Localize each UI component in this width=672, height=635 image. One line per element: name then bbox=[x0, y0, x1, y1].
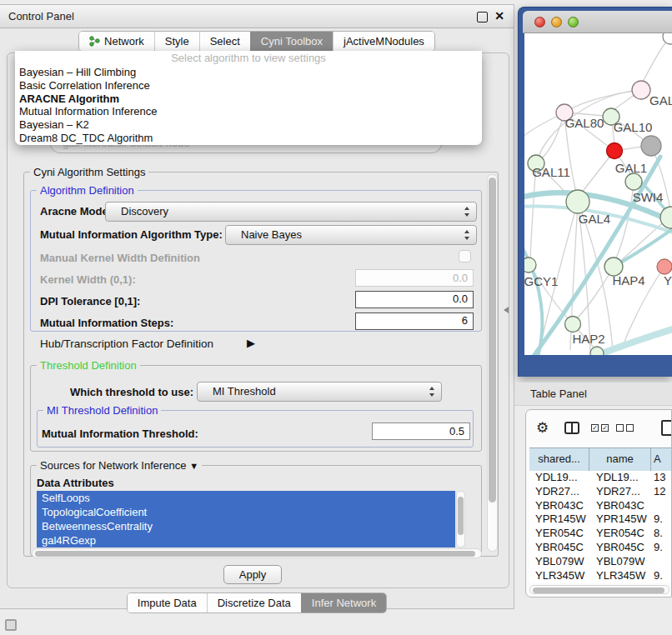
table-body: YDL19... YDL19... 13 YDR27... YDR27... 1… bbox=[529, 471, 672, 583]
attributes-scrollbar[interactable] bbox=[456, 491, 465, 548]
mi-threshold-label: Mutual Information Threshold: bbox=[42, 428, 198, 440]
attributes-scrollbar-thumb[interactable] bbox=[458, 497, 464, 535]
tab-discretize-data[interactable]: Discretize Data bbox=[207, 593, 301, 612]
dropdown-item[interactable]: Basic Correlation Inference bbox=[15, 79, 482, 92]
tab-network[interactable]: Network bbox=[79, 32, 154, 51]
zoom-window-button[interactable] bbox=[568, 17, 579, 28]
node-gal4[interactable] bbox=[566, 190, 589, 213]
float-panel-icon[interactable] bbox=[477, 12, 488, 22]
gear-icon[interactable]: ⚙ bbox=[536, 419, 549, 437]
dropdown-item[interactable]: Bayesian – Hill Climbing bbox=[15, 66, 482, 79]
kernel-width-field[interactable]: 0.0 bbox=[355, 269, 474, 287]
column-header-partial[interactable]: A bbox=[651, 448, 672, 471]
table-row[interactable]: YBR043C YBR043C bbox=[529, 499, 672, 513]
stepper-icon bbox=[464, 207, 470, 217]
table-row[interactable]: YIL052C YIL052C 9 bbox=[529, 582, 672, 583]
node-swi4[interactable] bbox=[625, 173, 642, 190]
node-label: GAL bbox=[649, 93, 672, 108]
node-hap2[interactable] bbox=[565, 317, 581, 332]
minimize-window-button[interactable] bbox=[551, 17, 562, 28]
node-label: GAL1 bbox=[615, 161, 647, 175]
settings-hscrollbar-thumb[interactable] bbox=[35, 551, 475, 557]
table-row[interactable]: YBL079W YBL079W bbox=[529, 555, 672, 569]
node-gcy1[interactable] bbox=[524, 258, 536, 272]
stepper-icon bbox=[464, 230, 470, 240]
node-gal1[interactable] bbox=[607, 143, 623, 159]
edge[interactable] bbox=[642, 37, 670, 83]
node[interactable] bbox=[590, 347, 604, 355]
collapse-arrow-icon[interactable]: ▼ bbox=[189, 461, 198, 471]
collapsed-panel-icon[interactable] bbox=[5, 619, 17, 631]
edge[interactable] bbox=[570, 90, 641, 109]
aracne-mode-label: Aracne Mode: bbox=[40, 205, 112, 218]
node[interactable] bbox=[660, 207, 672, 228]
list-item[interactable]: BetweennessCentrality bbox=[37, 519, 455, 533]
control-panel-titlebar: Control Panel ✕ bbox=[0, 5, 514, 28]
table-panel-strip: Table Panel bbox=[514, 382, 672, 406]
dpi-tolerance-field[interactable]: 0.0 bbox=[355, 291, 474, 308]
column-header-name[interactable]: name bbox=[589, 448, 651, 471]
tab-jactivemnodules[interactable]: jActiveMNodules bbox=[333, 32, 434, 51]
sources-title: Sources for Network Inference ▼ bbox=[37, 459, 202, 472]
table-row[interactable]: YBR045C YBR045C 9. bbox=[529, 541, 672, 555]
mi-algorithm-type-combo[interactable]: Naive Bayes bbox=[225, 225, 477, 245]
column-layout-icon[interactable] bbox=[564, 422, 579, 434]
settings-scrollbar[interactable] bbox=[487, 174, 498, 552]
network-canvas[interactable]: GAL GAL80 GAL10 GAL1 GAL11 SWI4 GAL4 GCY… bbox=[524, 33, 672, 355]
table-hscrollbar[interactable] bbox=[529, 585, 669, 594]
aracne-mode-combo[interactable]: Discovery bbox=[105, 202, 477, 222]
node-label: HAP4 bbox=[612, 273, 644, 288]
mi-threshold-field[interactable]: 0.5 bbox=[372, 422, 470, 440]
teal-edges bbox=[524, 157, 672, 355]
deselect-all-icon[interactable] bbox=[616, 424, 634, 432]
node-label: GCY1 bbox=[524, 274, 558, 288]
tab-impute-data[interactable]: Impute Data bbox=[128, 593, 207, 612]
algorithm-dropdown-popup: Select algorithm to view settings Bayesi… bbox=[15, 51, 482, 145]
mi-steps-field[interactable]: 6 bbox=[355, 312, 474, 330]
export-table-icon[interactable] bbox=[661, 420, 672, 436]
dropdown-item[interactable]: Mutual Information Inference bbox=[15, 105, 482, 118]
apply-button[interactable]: Apply bbox=[223, 565, 282, 584]
table-row[interactable]: YDR27... YDR27... 12 bbox=[529, 485, 672, 499]
settings-hscrollbar[interactable] bbox=[32, 548, 482, 558]
dropdown-item-aracne[interactable]: ARACNE Algorithm bbox=[15, 92, 482, 106]
close-icon[interactable]: ✕ bbox=[494, 9, 504, 22]
node[interactable] bbox=[663, 33, 672, 44]
network-graph: GAL GAL80 GAL10 GAL1 GAL11 SWI4 GAL4 GCY… bbox=[524, 33, 672, 355]
tab-infer-network[interactable]: Infer Network bbox=[301, 593, 386, 612]
table-row[interactable]: YDL19... YDL19... 13 bbox=[529, 471, 672, 485]
close-window-button[interactable] bbox=[534, 17, 545, 28]
top-tabbar: Network Style Select Cyni Toolbox jActiv… bbox=[0, 31, 514, 52]
network-window-titlebar[interactable] bbox=[523, 11, 672, 33]
settings-scrollbar-thumb[interactable] bbox=[489, 178, 496, 502]
mi-threshold-group-title: MI Threshold Definition bbox=[43, 404, 161, 417]
node-label: GAL4 bbox=[579, 212, 610, 226]
edge[interactable] bbox=[594, 328, 672, 355]
expand-arrow-icon[interactable]: ▶ bbox=[247, 337, 255, 349]
splitpane-collapse-arrow-icon[interactable] bbox=[504, 307, 509, 313]
manual-kernel-checkbox[interactable] bbox=[459, 250, 471, 262]
table-row[interactable]: YER054C YER054C 8. bbox=[529, 527, 672, 541]
dropdown-item[interactable]: Bayesian – K2 bbox=[15, 118, 482, 132]
table-hscrollbar-thumb[interactable] bbox=[533, 588, 664, 593]
data-attributes-list: SelfLoops TopologicalCoefficient Between… bbox=[37, 491, 455, 548]
column-header-shared-name[interactable]: shared... bbox=[529, 448, 589, 471]
node-label: GAL11 bbox=[532, 165, 570, 179]
node-gray[interactable] bbox=[641, 136, 661, 156]
list-item[interactable]: gal4RGexp bbox=[37, 533, 455, 548]
list-item[interactable]: TopologicalCoefficient bbox=[37, 505, 455, 519]
kernel-width-label: Kernel Width (0,1): bbox=[40, 273, 136, 286]
tab-select[interactable]: Select bbox=[199, 32, 250, 51]
select-all-icon[interactable]: ✓ ✓ bbox=[591, 424, 609, 432]
node[interactable] bbox=[632, 81, 650, 99]
stepper-icon bbox=[429, 387, 435, 397]
which-threshold-combo[interactable]: MI Threshold bbox=[197, 382, 442, 402]
node-label: GAL10 bbox=[614, 120, 653, 134]
table-row[interactable]: YPR145W YPR145W 9. bbox=[529, 512, 672, 527]
tab-style[interactable]: Style bbox=[154, 32, 199, 51]
dropdown-item[interactable]: Dream8 DC_TDC Algorithm bbox=[15, 132, 482, 145]
table-row[interactable]: YLR345W YLR345W 9. bbox=[529, 569, 672, 583]
list-item[interactable]: SelfLoops bbox=[37, 491, 455, 505]
tab-cyni-toolbox[interactable]: Cyni Toolbox bbox=[250, 32, 333, 51]
node[interactable] bbox=[657, 259, 672, 274]
